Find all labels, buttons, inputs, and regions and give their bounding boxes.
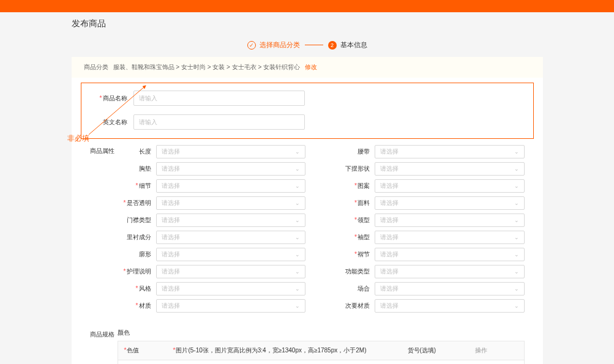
step-1: ✓ 选择商品分类 [247,40,300,50]
step-2-label: 基本信息 [340,40,367,50]
attr-select[interactable]: 请选择⌄ [375,299,525,313]
attr-label: 场合 [336,284,370,293]
attr-select[interactable]: 请选择⌄ [156,265,306,278]
attr-select[interactable]: 请选择⌄ [156,179,306,193]
attr-label: 细节 [118,182,151,190]
step-indicator: ✓ 选择商品分类 2 基本信息 [72,35,543,57]
annotation-text: 非必填 [67,133,89,144]
attr-select[interactable]: 请选择⌄ [375,282,525,295]
spec-section-label: 商品规格 [90,329,118,364]
chevron-down-icon: ⌄ [514,286,519,292]
attr-label: 是否透明 [118,199,151,207]
attr-label: 下摆形状 [336,165,370,173]
attr-label: 胸垫 [118,165,151,173]
attr-select[interactable]: 请选择⌄ [375,196,525,210]
attr-label: 腰带 [336,147,370,156]
attributes-section-label: 商品属性 [90,145,118,316]
attr-label: 长度 [118,147,151,156]
check-icon: ✓ [247,41,256,50]
attr-select[interactable]: 请选择⌄ [156,231,306,244]
chevron-down-icon: ⌄ [514,303,519,309]
attr-label: 护理说明 [118,267,151,276]
step-connector [305,45,323,45]
chevron-down-icon: ⌄ [295,183,300,189]
product-name-input[interactable] [133,91,305,106]
chevron-down-icon: ⌄ [295,217,300,223]
attr-label: 里衬成分 [118,233,151,242]
attr-label: 次要材质 [336,302,370,310]
header-sku: 货号(选填) [402,341,469,360]
attr-select[interactable]: 请选择⌄ [375,179,525,193]
chevron-down-icon: ⌄ [514,149,519,155]
attr-label: 廓形 [118,250,151,259]
attr-label: 功能类型 [336,267,370,276]
breadcrumb-path: 服装、鞋靴和珠宝饰品 > 女士时尚 > 女装 > 女士毛衣 > 女装针织背心 [113,63,301,72]
chevron-down-icon: ⌄ [295,303,300,309]
step-1-label: 选择商品分类 [260,40,300,50]
english-name-label: 英文名称 [91,118,127,127]
chevron-down-icon: ⌄ [514,269,519,275]
attr-label: 门襟类型 [118,216,151,225]
attr-select[interactable]: 请选择⌄ [156,196,306,210]
attr-select[interactable]: 请选择⌄ [156,282,306,295]
main-panel: 商品分类 服装、鞋靴和珠宝饰品 > 女士时尚 > 女装 > 女士毛衣 > 女装针… [72,57,543,364]
spec-table: 色值 图片(5-10张，图片宽高比例为3:4，宽≥1340px，高≥1785px… [118,341,525,364]
spec-section: 商品规格 颜色 色值 图片(5-10张，图片宽高比例为3:4，宽≥1340px，… [72,322,543,364]
chevron-down-icon: ⌄ [295,269,300,275]
color-label: 颜色 [118,329,525,337]
attr-select[interactable]: 请选择⌄ [375,214,525,227]
chevron-down-icon: ⌄ [514,251,519,258]
attr-select[interactable]: 请选择⌄ [156,299,306,313]
chevron-down-icon: ⌄ [295,200,300,206]
attr-select[interactable]: 请选择⌄ [375,231,525,244]
chevron-down-icon: ⌄ [514,234,519,240]
english-name-input[interactable] [133,114,305,130]
attr-label: 材质 [118,302,151,310]
attr-label: 风格 [118,284,151,293]
chevron-down-icon: ⌄ [514,183,519,189]
chevron-down-icon: ⌄ [295,149,300,155]
attributes-section: 商品属性 长度请选择⌄胸垫请选择⌄细节请选择⌄是否透明请选择⌄门襟类型请选择⌄里… [72,139,543,322]
chevron-down-icon: ⌄ [514,200,519,206]
header-image: 图片(5-10张，图片宽高比例为3:4，宽≥1340px，高≥1785px，小于… [173,347,367,354]
chevron-down-icon: ⌄ [514,166,519,172]
attr-select[interactable]: 请选择⌄ [375,248,525,261]
attr-label: 领型 [336,216,370,225]
chevron-down-icon: ⌄ [514,217,519,223]
attr-label: 褶节 [336,250,370,259]
spec-row: ⤴ 点击上传 美化图片 删除 [118,360,524,364]
attr-select[interactable]: 请选择⌄ [375,162,525,176]
header-op: 操作 [469,341,524,360]
step-2-number: 2 [328,41,337,50]
chevron-down-icon: ⌄ [295,166,300,172]
top-bar [0,0,614,12]
header-color: 色值 [124,347,140,354]
chevron-down-icon: ⌄ [295,234,300,240]
attr-label: 袖型 [336,233,370,242]
attr-select[interactable]: 请选择⌄ [375,265,525,278]
attr-select[interactable]: 请选择⌄ [156,248,306,261]
chevron-down-icon: ⌄ [295,286,300,292]
chevron-down-icon: ⌄ [295,251,300,258]
attr-label: 图案 [336,182,370,190]
breadcrumb: 商品分类 服装、鞋靴和珠宝饰品 > 女士时尚 > 女装 > 女士毛衣 > 女装针… [72,57,543,78]
attr-select[interactable]: 请选择⌄ [156,162,306,176]
page-title: 发布商品 [72,12,543,35]
name-highlight-box: 商品名称 英文名称 [81,83,534,139]
modify-link[interactable]: 修改 [305,63,317,72]
attr-select[interactable]: 请选择⌄ [156,214,306,227]
attr-select[interactable]: 请选择⌄ [375,145,525,158]
product-name-label: 商品名称 [91,94,127,103]
step-2: 2 基本信息 [328,40,367,50]
attr-select[interactable]: 请选择⌄ [156,145,306,158]
breadcrumb-label: 商品分类 [84,63,108,72]
attr-label: 面料 [336,199,370,207]
